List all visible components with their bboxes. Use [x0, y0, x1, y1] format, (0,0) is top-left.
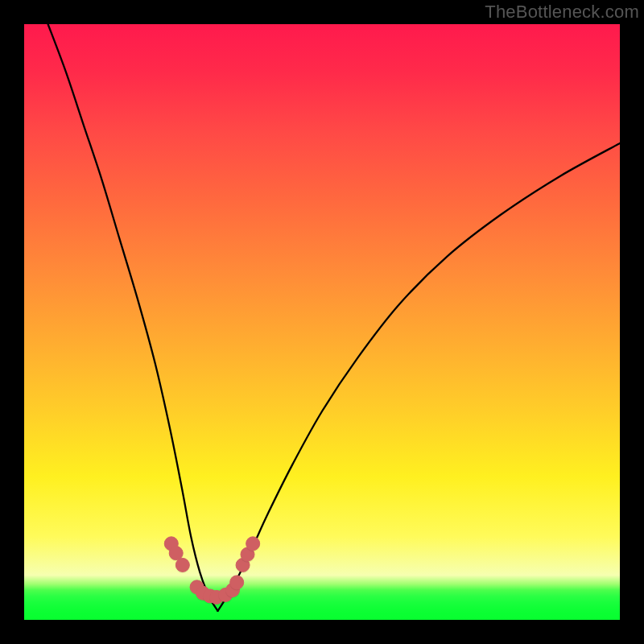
chart-frame: TheBottleneck.com: [0, 0, 644, 644]
curve-layer: [24, 24, 620, 620]
right-branch-curve: [218, 143, 621, 611]
trough-marker: [246, 537, 260, 551]
trough-marker-group: [164, 537, 260, 605]
trough-marker: [175, 558, 189, 572]
trough-marker: [230, 576, 244, 589]
plot-area: [24, 24, 620, 620]
trough-marker: [169, 547, 183, 560]
left-branch-curve: [48, 24, 218, 611]
watermark-text: TheBottleneck.com: [485, 2, 639, 23]
